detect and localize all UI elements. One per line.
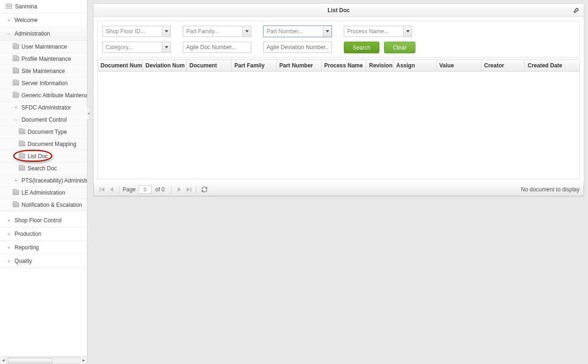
panel-body: Shop Floor ID... Part Family... Part Num… (94, 17, 584, 183)
nav-item-document-mapping[interactable]: Document Mapping (0, 138, 87, 150)
nav-item-quality[interactable]: ＋ Quality (0, 255, 87, 268)
nav-label: Server Information (22, 80, 68, 87)
list-doc-panel: List Doc Shop Floor ID... Part Family... (93, 3, 584, 197)
folder-icon (19, 153, 25, 159)
nav-item-document-type[interactable]: Document Type (0, 126, 87, 138)
chevron-down-icon[interactable] (162, 26, 170, 36)
nav-item-generic-attribute[interactable]: Generic Attribute Maintenance (0, 89, 87, 102)
col-value[interactable]: Value (436, 60, 481, 71)
clear-button[interactable]: Clear (384, 42, 415, 53)
nav-item-sanmina[interactable]: Sanmina (0, 0, 87, 14)
folder-icon (19, 129, 25, 134)
nav-label: Notification & Escalation (22, 202, 82, 208)
folder-icon (13, 202, 19, 207)
page-label: Page (123, 186, 136, 193)
chevron-down-icon[interactable] (162, 42, 170, 52)
nav-label: SFDC Administrator (22, 104, 71, 111)
combo-text: Category... (103, 44, 162, 51)
nav-item-production[interactable]: ＋ Production (0, 227, 87, 241)
combo-text: Part Family... (183, 28, 242, 35)
grid-header: Document Num Deviation Num Document Part… (97, 59, 580, 72)
nav-label: Production (15, 231, 41, 237)
nav-item-user-maintenance[interactable]: User Maintenance (0, 41, 87, 53)
plus-icon: ＋ (13, 104, 19, 110)
folder-icon (13, 80, 19, 86)
first-page-button[interactable] (98, 185, 107, 194)
nav-item-shop-floor-control[interactable]: ＋ Shop Floor Control (0, 214, 87, 227)
svg-rect-0 (100, 187, 101, 192)
nav-label: Document Type (28, 129, 67, 135)
search-button[interactable]: Search (344, 42, 379, 53)
col-document[interactable]: Document (187, 60, 232, 71)
wrench-icon[interactable] (573, 7, 580, 15)
collapse-sidebar-button[interactable]: ◄ (87, 107, 90, 120)
nav-label: PTS(traceability) Administration (22, 177, 87, 184)
process-name-combo[interactable]: Process Name... (344, 26, 412, 37)
nav-item-reporting[interactable]: ＋ Reporting (0, 241, 87, 255)
part-family-combo[interactable]: Part Family... (183, 26, 251, 37)
nav-item-profile-maintenance[interactable]: Profile Maintenance (0, 53, 87, 65)
nav-item-search-doc[interactable]: Search Doc (0, 162, 87, 175)
plus-icon: ＋ (6, 17, 12, 23)
shop-floor-id-combo[interactable]: Shop Floor ID... (102, 26, 171, 37)
next-page-button[interactable] (174, 185, 184, 194)
chevron-down-icon[interactable] (242, 26, 251, 36)
nav-item-site-maintenance[interactable]: Site Maintenance (0, 65, 87, 77)
nav-item-server-information[interactable]: Server Information (0, 77, 87, 89)
nav-item-administration[interactable]: – Administration (0, 27, 87, 41)
col-process-name[interactable]: Process Name (321, 60, 366, 71)
prev-page-button[interactable] (107, 185, 116, 194)
nav-item-document-control[interactable]: – Document Control (0, 114, 87, 126)
col-creator[interactable]: Creator (481, 60, 525, 71)
category-combo[interactable]: Category... (102, 42, 171, 53)
nav-item-notification-escalation[interactable]: Notification & Escalation (0, 199, 87, 211)
col-deviation-number[interactable]: Deviation Num (143, 60, 187, 71)
chevron-down-icon[interactable] (403, 26, 412, 36)
nav-label: Generic Attribute Maintenance (22, 92, 87, 99)
separator (119, 185, 120, 194)
nav-item-sfdc-admin[interactable]: ＋ SFDC Administrator (0, 102, 87, 114)
nav-item-le-admin[interactable]: LE Administration (0, 187, 87, 199)
filter-toolbar: Shop Floor ID... Part Family... Part Num… (97, 21, 580, 58)
nav-item-list-doc[interactable]: List Doc (0, 150, 87, 162)
nav-label: Administration (15, 30, 50, 37)
scroll-right-icon[interactable]: ► (80, 358, 87, 363)
nav-item-welcome[interactable]: ＋ Welcome (0, 14, 87, 27)
col-part-family[interactable]: Part Family (232, 60, 276, 71)
col-part-number[interactable]: Part Number (276, 60, 321, 71)
nav-tree: Sanmina ＋ Welcome – Administration User … (0, 0, 87, 356)
folder-icon (13, 44, 19, 49)
nav-label: List Doc (28, 153, 48, 160)
page-of-label: of 0 (155, 186, 165, 193)
agile-deviation-number-input[interactable] (263, 42, 332, 53)
nav-label: User Maintenance (22, 44, 67, 50)
refresh-button[interactable] (199, 185, 210, 194)
combo-text: Process Name... (344, 28, 403, 35)
scrollbar-thumb[interactable] (8, 358, 52, 363)
agile-doc-number-input[interactable] (183, 42, 251, 53)
col-document-number[interactable]: Document Num (98, 60, 143, 71)
col-created-date[interactable]: Created Date (525, 60, 580, 71)
last-page-button[interactable] (184, 185, 193, 194)
scroll-left-icon[interactable]: ◄ (0, 358, 7, 363)
nav-label: Profile Maintenance (22, 56, 71, 62)
folder-icon (19, 166, 25, 171)
nav-label: Welcome (15, 17, 38, 23)
col-assign[interactable]: Assign (393, 60, 436, 71)
nav-label: Reporting (15, 244, 39, 251)
folder-icon (13, 56, 19, 61)
separator (171, 185, 172, 194)
sidebar-scrollbar[interactable]: ◄ ► (0, 356, 87, 364)
col-revision[interactable]: Revision (366, 60, 393, 71)
minus-icon: – (6, 31, 12, 37)
part-number-combo[interactable]: Part Number... (263, 26, 332, 37)
panel-title: List Doc (327, 7, 349, 14)
nav-item-pts-admin[interactable]: ＋ PTS(traceability) Administration (0, 175, 87, 187)
svg-rect-1 (190, 187, 191, 192)
sidebar: Sanmina ＋ Welcome – Administration User … (0, 0, 87, 364)
folder-icon (13, 190, 19, 195)
scrollbar-track[interactable] (7, 357, 80, 364)
chevron-down-icon[interactable] (323, 26, 331, 36)
main-area: List Doc Shop Floor ID... Part Family... (87, 0, 588, 364)
page-input[interactable] (138, 185, 152, 194)
